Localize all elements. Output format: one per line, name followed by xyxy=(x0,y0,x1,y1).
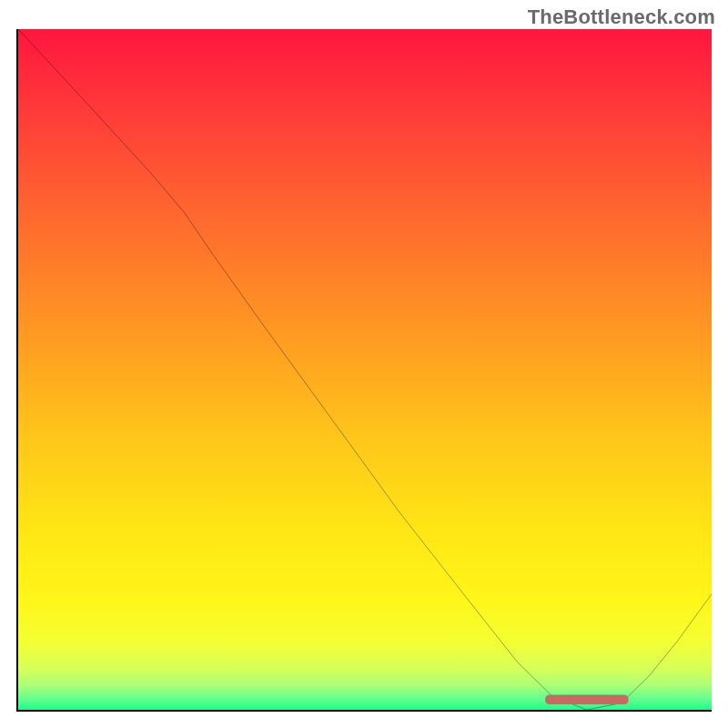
chart-gradient-background xyxy=(18,29,712,710)
chart-plot-area xyxy=(18,29,712,710)
watermark-text: TheBottleneck.com xyxy=(528,5,715,29)
optimal-range-marker xyxy=(545,695,628,704)
chart-svg xyxy=(18,29,712,710)
